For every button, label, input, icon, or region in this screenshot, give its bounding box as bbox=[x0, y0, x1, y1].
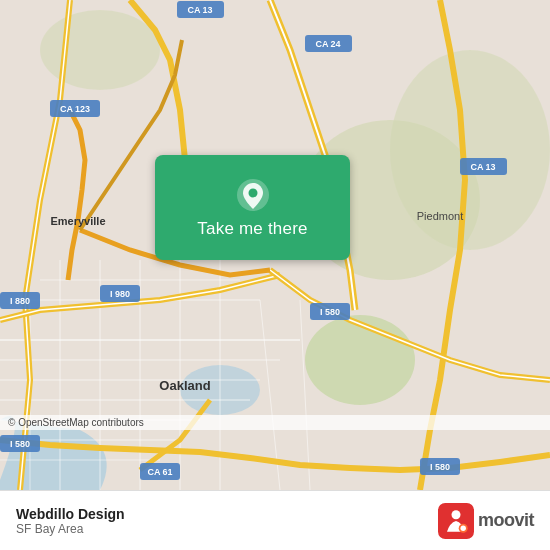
svg-text:CA 13: CA 13 bbox=[187, 5, 212, 15]
bottom-bar: Webdillo Design SF Bay Area moovit bbox=[0, 490, 550, 550]
svg-text:CA 13: CA 13 bbox=[470, 162, 495, 172]
moovit-text: moovit bbox=[478, 510, 534, 531]
attribution-bar: © OpenStreetMap contributors bbox=[0, 415, 550, 430]
svg-text:CA 123: CA 123 bbox=[60, 104, 90, 114]
svg-point-3 bbox=[390, 50, 550, 250]
app-name: Webdillo Design bbox=[16, 506, 125, 522]
svg-text:I 580: I 580 bbox=[320, 307, 340, 317]
moovit-logo: moovit bbox=[438, 503, 534, 539]
svg-point-49 bbox=[451, 510, 460, 519]
map-container: CA 13 CA 24 CA 13 CA 123 I 880 I 980 I 5… bbox=[0, 0, 550, 490]
app-info: Webdillo Design SF Bay Area bbox=[16, 506, 125, 536]
svg-text:I 580: I 580 bbox=[10, 439, 30, 449]
svg-text:I 980: I 980 bbox=[110, 289, 130, 299]
svg-text:Piedmont: Piedmont bbox=[417, 210, 463, 222]
svg-text:Emeryville: Emeryville bbox=[50, 215, 105, 227]
svg-text:I 880: I 880 bbox=[10, 296, 30, 306]
svg-text:CA 61: CA 61 bbox=[147, 467, 172, 477]
take-me-there-button[interactable]: Take me there bbox=[155, 155, 350, 260]
location-pin-icon bbox=[235, 177, 271, 213]
svg-text:CA 24: CA 24 bbox=[315, 39, 340, 49]
take-me-there-label: Take me there bbox=[197, 219, 307, 239]
svg-point-4 bbox=[40, 10, 160, 90]
svg-point-1 bbox=[305, 315, 415, 405]
svg-point-47 bbox=[248, 188, 257, 197]
app-region: SF Bay Area bbox=[16, 522, 125, 536]
svg-point-51 bbox=[460, 525, 465, 530]
svg-text:I 580: I 580 bbox=[430, 462, 450, 472]
moovit-logo-icon bbox=[438, 503, 474, 539]
svg-text:Oakland: Oakland bbox=[159, 378, 210, 393]
attribution-text: © OpenStreetMap contributors bbox=[8, 417, 144, 428]
